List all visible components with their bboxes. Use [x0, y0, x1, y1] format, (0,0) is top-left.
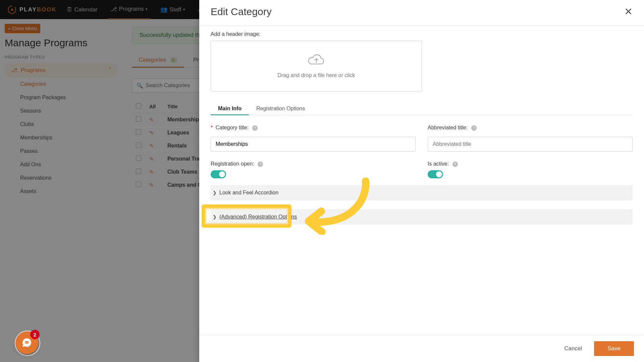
- modal-tab-registration[interactable]: Registration Options: [249, 102, 312, 115]
- field-abbrev-title: Abbreviated title: ?: [428, 125, 633, 152]
- drawer-body: Add a header image: Drag and drop a file…: [199, 26, 644, 335]
- help-icon[interactable]: ?: [252, 125, 258, 131]
- modal-tab-main-info[interactable]: Main Info: [211, 102, 249, 115]
- abbrev-title-label: Abbreviated title:: [428, 125, 468, 130]
- required-asterisk: *: [211, 125, 213, 130]
- field-is-active: Is active: ?: [428, 161, 633, 178]
- form-row-toggles: Registration open: ? Is active: ?: [211, 161, 633, 178]
- drawer-header: Edit Category ✕: [199, 0, 644, 26]
- save-button[interactable]: Save: [594, 341, 634, 356]
- registration-open-label: Registration open:: [211, 161, 254, 167]
- look-feel-label: Look and Feel Accordion: [219, 190, 278, 196]
- is-active-toggle[interactable]: [428, 170, 443, 178]
- cloud-upload-icon: [306, 54, 326, 67]
- chevron-right-icon: ❯: [212, 190, 217, 195]
- drawer-footer: Cancel Save: [199, 335, 644, 362]
- uploader-hint: Drag and drop a file here or click: [277, 72, 355, 78]
- field-category-title: * Category title: ?: [211, 125, 416, 152]
- category-title-label: Category title:: [216, 125, 249, 130]
- help-icon[interactable]: ?: [452, 162, 458, 167]
- image-uploader[interactable]: Drag and drop a file here or click: [211, 41, 422, 92]
- cancel-button[interactable]: Cancel: [558, 342, 588, 355]
- chat-notification-badge: 2: [30, 330, 40, 339]
- chat-icon: [21, 337, 33, 348]
- abbrev-title-input[interactable]: [428, 137, 633, 152]
- category-title-input[interactable]: [211, 137, 416, 152]
- header-image-label: Add a header image:: [211, 31, 633, 37]
- edit-category-drawer: Edit Category ✕ Add a header image: Drag…: [199, 0, 644, 362]
- registration-open-toggle[interactable]: [211, 170, 226, 178]
- modal-tabs: Main Info Registration Options: [211, 102, 633, 115]
- drawer-title: Edit Category: [211, 6, 272, 17]
- chat-widget[interactable]: 2: [15, 331, 38, 354]
- form-row-titles: * Category title: ? Abbreviated title: ?: [211, 125, 633, 152]
- close-icon[interactable]: ✕: [624, 7, 633, 17]
- is-active-label: Is active:: [428, 161, 449, 167]
- annotation-highlight: [202, 204, 291, 228]
- help-icon[interactable]: ?: [258, 162, 263, 167]
- field-registration-open: Registration open: ?: [211, 161, 416, 178]
- help-icon[interactable]: ?: [471, 125, 477, 131]
- look-feel-accordion[interactable]: ❯ Look and Feel Accordion: [211, 185, 633, 200]
